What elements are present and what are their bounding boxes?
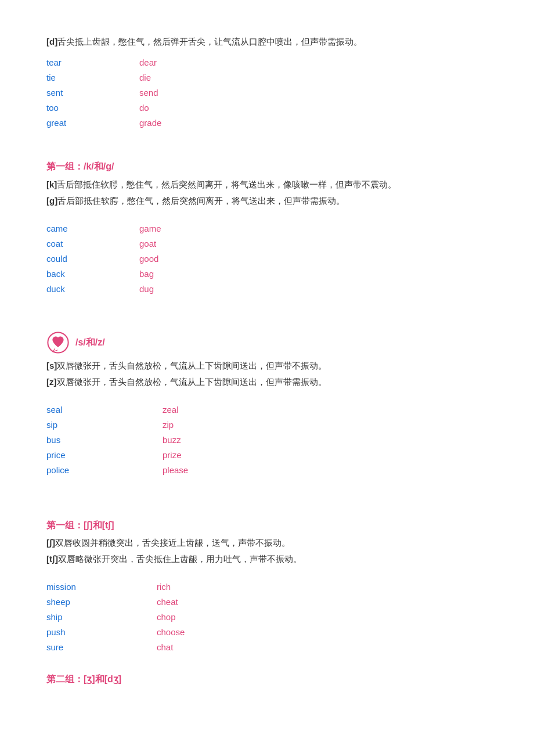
sh-ch-word-pairs: mission rich sheep cheat ship chop push …	[46, 580, 488, 654]
table-row: mission rich	[46, 580, 488, 594]
table-row: seal zeal	[46, 403, 488, 417]
s-text: 双唇微张开，舌头自然放松，气流从上下齿隙间送出，但声带不振动。	[57, 361, 327, 370]
word-right: do	[128, 101, 149, 115]
table-row: too do	[46, 101, 488, 115]
word-right: rich	[128, 580, 171, 594]
g-description: [g]舌后部抵住软腭，憋住气，然后突然间离开，将气送出来，但声带需振动。	[46, 194, 488, 208]
tsh-text: 双唇略微张开突出，舌尖抵住上齿龈，用力吐气，声带不振动。	[58, 554, 302, 564]
word-right: send	[128, 86, 158, 100]
sh-ch-section: 第一组：[ʃ]和[tʃ] [ʃ]双唇收圆并稍微突出，舌尖接近上齿龈，送气，声带不…	[46, 518, 488, 655]
word-left: mission	[46, 580, 128, 594]
word-left: coat	[46, 237, 128, 251]
g-text: 舌后部抵住软腭，憋住气，然后突然间离开，将气送出来，但声带需振动。	[57, 196, 345, 206]
z-description: [z]双唇微张开，舌头自然放松，气流从上下齿隙间送出，但声带需振动。	[46, 375, 488, 389]
sz-heading: /s/和/z/	[75, 335, 105, 350]
sh-description: [ʃ]双唇收圆并稍微突出，舌尖接近上齿龈，送气，声带不振动。	[46, 536, 488, 550]
table-row: sheep cheat	[46, 595, 488, 609]
td-section: [d]舌尖抵上齿龈，憋住气，然后弹开舌尖，让气流从口腔中喷出，但声带需振动。 t…	[46, 35, 488, 130]
s-prefix: [s]	[46, 361, 57, 370]
word-right: dug	[128, 282, 154, 296]
word-left: seal	[46, 403, 128, 417]
word-right: zip	[128, 418, 174, 432]
word-left: price	[46, 448, 128, 462]
word-right: choose	[128, 625, 185, 639]
k-text: 舌后部抵住软腭，憋住气，然后突然间离开，将气送出来，像咳嗽一样，但声带不震动。	[57, 179, 396, 189]
word-left: duck	[46, 282, 128, 296]
table-row: ship chop	[46, 610, 488, 624]
word-left: sure	[46, 640, 128, 654]
kg-word-pairs: came game coat goat could good back bag …	[46, 222, 488, 296]
word-left: ship	[46, 610, 128, 624]
word-right: chat	[128, 640, 173, 654]
word-left: great	[46, 116, 128, 130]
table-row: tear dear	[46, 56, 488, 70]
sz-word-pairs: seal zeal sip zip bus buzz price prize p…	[46, 403, 488, 477]
sz-section: /s/和/z/ [s]双唇微张开，舌头自然放松，气流从上下齿隙间送出，但声带不振…	[46, 331, 488, 477]
tsh-prefix: [tʃ]	[46, 554, 58, 564]
heart-chat-icon	[46, 331, 70, 354]
g-prefix: [g]	[46, 196, 57, 206]
word-left: sheep	[46, 595, 128, 609]
table-row: tie die	[46, 71, 488, 85]
table-row: price prize	[46, 448, 488, 462]
kg-section: 第一组：/k/和/g/ [k]舌后部抵住软腭，憋住气，然后突然间离开，将气送出来…	[46, 159, 488, 296]
word-right: good	[128, 252, 158, 266]
table-row: police please	[46, 463, 488, 477]
table-row: sent send	[46, 86, 488, 100]
word-left: sent	[46, 86, 128, 100]
word-right: please	[128, 463, 188, 477]
word-right: cheat	[128, 595, 178, 609]
z-prefix: [z]	[46, 377, 57, 387]
word-right: dear	[128, 56, 157, 70]
td-word-pairs: tear dear tie die sent send too do great…	[46, 56, 488, 130]
word-right: buzz	[128, 433, 181, 447]
sh-prefix: [ʃ]	[46, 538, 55, 548]
td-text: 舌尖抵上齿龈，憋住气，然后弹开舌尖，让气流从口腔中喷出，但声带需振动。	[57, 37, 362, 46]
table-row: back bag	[46, 267, 488, 281]
word-right: bag	[128, 267, 154, 281]
z-text: 双唇微张开，舌头自然放松，气流从上下齿隙间送出，但声带需振动。	[57, 377, 327, 387]
word-left: sip	[46, 418, 128, 432]
sh-ch-heading: 第一组：[ʃ]和[tʃ]	[46, 518, 488, 533]
kg-heading: 第一组：/k/和/g/	[46, 159, 488, 174]
word-right: die	[128, 71, 151, 85]
word-left: too	[46, 101, 128, 115]
word-right: zeal	[128, 403, 179, 417]
word-left: bus	[46, 433, 128, 447]
table-row: great grade	[46, 116, 488, 130]
sh-text: 双唇收圆并稍微突出，舌尖接近上齿龈，送气，声带不振动。	[55, 538, 290, 548]
table-row: push choose	[46, 625, 488, 639]
table-row: came game	[46, 222, 488, 236]
td-description: [d]舌尖抵上齿龈，憋住气，然后弹开舌尖，让气流从口腔中喷出，但声带需振动。	[46, 35, 488, 49]
k-prefix: [k]	[46, 179, 57, 189]
k-description: [k]舌后部抵住软腭，憋住气，然后突然间离开，将气送出来，像咳嗽一样，但声带不震…	[46, 178, 488, 192]
table-row: bus buzz	[46, 433, 488, 447]
table-row: could good	[46, 252, 488, 266]
word-left: police	[46, 463, 128, 477]
word-right: goat	[128, 237, 156, 251]
sz-heading-row: /s/和/z/	[46, 331, 488, 354]
word-left: push	[46, 625, 128, 639]
td-prefix: [d]	[46, 37, 57, 46]
word-left: tear	[46, 56, 128, 70]
word-right: prize	[128, 448, 182, 462]
word-left: could	[46, 252, 128, 266]
tsh-description: [tʃ]双唇略微张开突出，舌尖抵住上齿龈，用力吐气，声带不振动。	[46, 552, 488, 566]
word-left: tie	[46, 71, 128, 85]
table-row: sure chat	[46, 640, 488, 654]
table-row: duck dug	[46, 282, 488, 296]
word-right: game	[128, 222, 161, 236]
zh-dz-heading: 第二组：[ʒ]和[dʒ]	[46, 672, 488, 687]
word-left: came	[46, 222, 128, 236]
zh-dz-section: 第二组：[ʒ]和[dʒ]	[46, 672, 488, 687]
s-description: [s]双唇微张开，舌头自然放松，气流从上下齿隙间送出，但声带不振动。	[46, 359, 488, 373]
word-right: chop	[128, 610, 176, 624]
table-row: sip zip	[46, 418, 488, 432]
word-right: grade	[128, 116, 161, 130]
word-left: back	[46, 267, 128, 281]
table-row: coat goat	[46, 237, 488, 251]
